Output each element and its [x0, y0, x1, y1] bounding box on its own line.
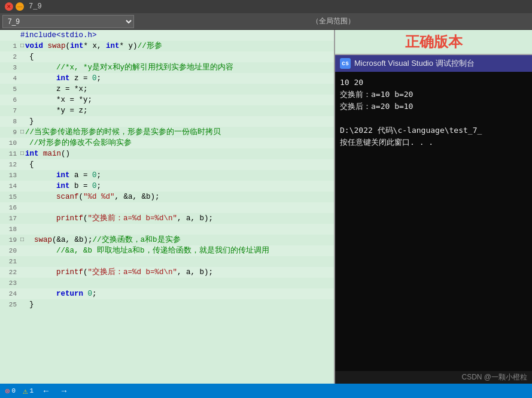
output-line: 10 20	[340, 77, 527, 89]
error-status: ⊗ 0	[5, 386, 16, 396]
line-number: 24	[2, 288, 17, 299]
title-bar: ✕ — 7_9	[0, 0, 532, 13]
code-line: 7 *y = z;	[0, 105, 334, 116]
file-dropdown[interactable]: 7_9	[2, 15, 134, 28]
vs-icon-text: cs	[342, 60, 349, 67]
console-title-bar: cs Microsoft Visual Studio 调试控制台	[335, 55, 532, 72]
code-line: 3 //*x, *y是对x和y的解引用找到实参地址里的内容	[0, 62, 334, 73]
console-title-text: Microsoft Visual Studio 调试控制台	[354, 58, 475, 69]
output-line: 按任意键关闭此窗口. . .	[340, 136, 527, 148]
right-panel: 正确版本 cs Microsoft Visual Studio 调试控制台 10…	[335, 30, 532, 384]
console-window: cs Microsoft Visual Studio 调试控制台 10 20 交…	[335, 55, 532, 384]
line-number: 8	[2, 116, 17, 127]
code-line: 16	[0, 202, 334, 213]
line-number: 6	[2, 95, 17, 105]
scope-label: （全局范围）	[134, 16, 532, 26]
line-number: 23	[2, 278, 17, 288]
line-number: 4	[2, 73, 17, 84]
collapse-icon[interactable]: □	[20, 41, 24, 51]
console-output: 10 20 交换前：a=10 b=20 交换后：a=20 b=10 D:\202…	[335, 72, 532, 371]
line-number: 25	[2, 299, 17, 310]
code-line: 6 *x = *y;	[0, 95, 334, 105]
code-line: 23	[0, 278, 334, 288]
line-number: 21	[2, 256, 17, 267]
correct-version-label: 正确版本	[335, 30, 532, 55]
code-line: 1 □ void swap ( int * x, int * y) //形参	[0, 41, 334, 51]
collapse-icon[interactable]: □	[20, 235, 24, 245]
line-number: 11	[2, 148, 17, 159]
line-number: 20	[2, 245, 17, 256]
status-bar: ⊗ 0 ⚠ 1 ← →	[0, 384, 532, 398]
code-line: 22 printf ( "交换后：a=%d b=%d\n" , a, b);	[0, 267, 334, 278]
code-line: 13 int a = 0 ;	[0, 170, 334, 181]
code-line: 2 {	[0, 51, 334, 62]
code-line: 14 int b = 0 ;	[0, 181, 334, 192]
code-line: 15 scanf ( "%d %d" , &a, &b);	[0, 192, 334, 202]
code-line: 25 }	[0, 299, 334, 310]
output-line	[340, 113, 527, 124]
line-number: 9	[2, 127, 17, 138]
code-line: 11 □ int main ()	[0, 148, 334, 159]
code-area[interactable]: #include<stdio.h> 1 □ void swap ( int * …	[0, 30, 334, 384]
warning-icon: ⚠	[23, 386, 28, 396]
code-line: 5 z = *x;	[0, 84, 334, 95]
code-line: 19 □ swap (&a, &b); //交换函数，a和b是实参	[0, 235, 334, 245]
line-number: 5	[2, 84, 17, 95]
code-line: 24 return 0 ;	[0, 288, 334, 299]
function-name: swap	[48, 41, 66, 51]
line-number: 12	[2, 159, 17, 170]
forward-button[interactable]: →	[59, 386, 69, 396]
keyword: void	[25, 41, 48, 51]
collapse-icon[interactable]: □	[20, 148, 24, 159]
code-line: 20 //&a, &b 即取地址a和b，传递给函数，就是我们的传址调用	[0, 245, 334, 256]
code-line: 17 printf ( "交换前：a=%d b=%d\n" , a, b);	[0, 213, 334, 224]
line-number: 17	[2, 213, 17, 224]
code-line: 4 int z = 0 ;	[0, 73, 334, 84]
error-icon: ⊗	[5, 386, 10, 396]
window-controls: ✕ —	[5, 2, 24, 11]
line-number: 22	[2, 267, 17, 278]
code-line: 12 {	[0, 159, 334, 170]
code-line: 21	[0, 256, 334, 267]
line-number: 18	[2, 224, 17, 235]
code-line: 8 }	[0, 116, 334, 127]
line-number: 10	[2, 138, 17, 148]
output-line: 交换前：a=10 b=20	[340, 89, 527, 101]
line-number: 13	[2, 170, 17, 181]
collapse-icon[interactable]: □	[20, 127, 24, 138]
code-line: 10 //对形参的修改不会影响实参	[0, 138, 334, 148]
output-line: 交换后：a=20 b=10	[340, 101, 527, 113]
code-line: #include<stdio.h>	[0, 30, 334, 41]
warning-count: 1	[29, 387, 34, 394]
line-number: 1	[2, 41, 17, 51]
line-number: 16	[2, 202, 17, 213]
close-button[interactable]: ✕	[5, 2, 13, 11]
minimize-button[interactable]: —	[16, 2, 24, 11]
main-area: #include<stdio.h> 1 □ void swap ( int * …	[0, 30, 532, 384]
line-number: 15	[2, 192, 17, 202]
code-line: 9 □ //当实参传递给形参的时候，形参是实参的一份临时拷贝	[0, 127, 334, 138]
line-number: 7	[2, 105, 17, 116]
toolbar: 7_9 （全局范围）	[0, 13, 532, 30]
line-number: 19	[2, 235, 17, 245]
editor-inner: #include<stdio.h> 1 □ void swap ( int * …	[0, 30, 334, 384]
line-number: 14	[2, 181, 17, 192]
window-title: 7_9	[29, 2, 42, 11]
editor-panel: #include<stdio.h> 1 □ void swap ( int * …	[0, 30, 335, 384]
error-count: 0	[11, 387, 16, 394]
code-line: 18	[0, 224, 334, 235]
watermark: CSDN @一颗小橙粒	[335, 371, 532, 384]
warning-status: ⚠ 1	[23, 386, 34, 396]
back-button[interactable]: ←	[41, 386, 51, 396]
preprocessor: #include<stdio.h>	[20, 30, 97, 41]
line-number: 2	[2, 51, 17, 62]
output-line: D:\2022 代码\c-language\test_7_	[340, 124, 527, 136]
console-icon: cs	[340, 58, 351, 69]
line-number: 3	[2, 62, 17, 73]
